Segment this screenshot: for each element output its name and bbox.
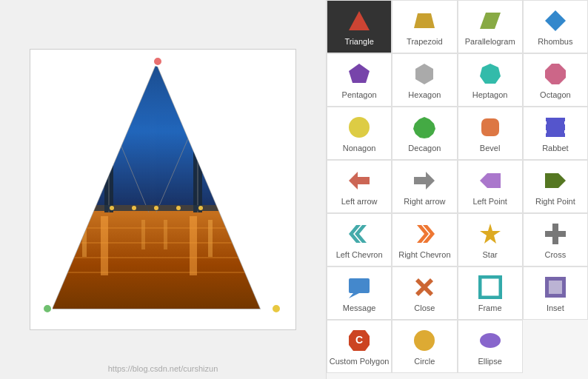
shape-item-frame[interactable]: Frame bbox=[458, 266, 523, 320]
shape-item-ellipse[interactable]: Ellipse bbox=[458, 320, 523, 373]
nonagon-icon bbox=[346, 114, 372, 141]
rabbet-label: Rabbet bbox=[542, 144, 568, 152]
shape-item-parallelogram[interactable]: Parallelogram bbox=[458, 0, 523, 53]
svg-rect-48 bbox=[481, 118, 499, 136]
shape-item-trapezoid[interactable]: Trapezoid bbox=[392, 0, 457, 53]
svg-marker-54 bbox=[349, 172, 370, 190]
svg-rect-25 bbox=[208, 220, 213, 257]
shape-item-decagon[interactable]: Decagon bbox=[392, 107, 457, 160]
svg-rect-53 bbox=[564, 130, 567, 133]
shape-item-rabbet[interactable]: Rabbet bbox=[523, 107, 588, 160]
svg-marker-55 bbox=[414, 172, 435, 190]
handle-bottom-left[interactable] bbox=[42, 303, 53, 314]
shape-item-custom-polygon[interactable]: CCustom Polygon bbox=[327, 320, 392, 373]
left-point-label: Left Point bbox=[472, 197, 507, 206]
decagon-label: Decagon bbox=[408, 144, 441, 152]
shape-item-heptagon[interactable]: Heptagon bbox=[458, 53, 523, 107]
svg-point-35 bbox=[185, 75, 187, 77]
svg-rect-20 bbox=[101, 216, 108, 275]
svg-point-73 bbox=[480, 333, 501, 348]
svg-marker-57 bbox=[545, 173, 566, 188]
message-label: Message bbox=[343, 303, 376, 312]
canvas-area: https://blog.csdn.net/curshizun bbox=[0, 0, 326, 379]
svg-rect-50 bbox=[544, 121, 547, 124]
shape-item-left-point[interactable]: Left Point bbox=[458, 160, 523, 213]
shape-item-left-chevron[interactable]: Left Chevron bbox=[327, 213, 392, 266]
close-label: Close bbox=[414, 303, 435, 312]
shape-panel: TriangleTrapezoidParallelogramRhombusPen… bbox=[326, 0, 588, 379]
shape-item-circle[interactable]: Circle bbox=[392, 320, 457, 373]
left-chevron-icon bbox=[346, 221, 372, 247]
cross-icon bbox=[542, 221, 569, 247]
right-chevron-icon bbox=[411, 221, 438, 247]
svg-rect-52 bbox=[564, 121, 567, 124]
trapezoid-icon bbox=[411, 7, 438, 34]
hexagon-label: Hexagon bbox=[408, 90, 441, 99]
svg-rect-26 bbox=[53, 227, 260, 229]
shape-item-bevel[interactable]: Bevel bbox=[458, 107, 523, 160]
shape-item-message[interactable]: Message bbox=[327, 266, 392, 320]
svg-marker-41 bbox=[545, 10, 566, 31]
bevel-label: Bevel bbox=[480, 144, 501, 152]
shape-item-cross[interactable]: Cross bbox=[523, 213, 588, 266]
shape-item-nonagon[interactable]: Nonagon bbox=[327, 107, 392, 160]
svg-rect-70 bbox=[549, 281, 562, 294]
shape-item-star[interactable]: Star bbox=[458, 213, 523, 266]
shape-item-inset[interactable]: Inset bbox=[523, 266, 588, 320]
handle-top[interactable] bbox=[153, 56, 163, 67]
parallelogram-icon bbox=[477, 7, 504, 34]
nonagon-label: Nonagon bbox=[343, 144, 376, 152]
svg-rect-29 bbox=[53, 272, 260, 273]
svg-rect-23 bbox=[141, 220, 145, 249]
left-arrow-icon bbox=[346, 167, 372, 194]
svg-rect-51 bbox=[544, 130, 547, 133]
shape-item-rhombus[interactable]: Rhombus bbox=[523, 0, 588, 53]
heptagon-icon bbox=[477, 61, 504, 87]
handle-bottom-right[interactable] bbox=[271, 303, 281, 314]
shape-item-close[interactable]: Close bbox=[392, 266, 457, 320]
svg-point-34 bbox=[133, 67, 136, 70]
right-point-label: Right Point bbox=[535, 197, 575, 206]
shape-item-right-chevron[interactable]: Right Chevron bbox=[392, 213, 457, 266]
triangle-shape-svg bbox=[38, 57, 275, 323]
star-label: Star bbox=[483, 250, 498, 259]
svg-marker-39 bbox=[414, 13, 435, 28]
svg-rect-68 bbox=[480, 277, 501, 298]
svg-rect-31 bbox=[191, 98, 204, 105]
svg-point-37 bbox=[252, 82, 254, 84]
frame-label: Frame bbox=[478, 303, 502, 312]
watermark: https://blog.csdn.net/curshizun bbox=[108, 364, 218, 373]
svg-point-18 bbox=[198, 206, 203, 210]
rhombus-label: Rhombus bbox=[538, 37, 572, 46]
triangle-label: Triangle bbox=[344, 37, 373, 46]
shape-item-right-point[interactable]: Right Point bbox=[523, 160, 588, 213]
decagon-icon bbox=[411, 114, 438, 141]
svg-rect-49 bbox=[546, 118, 565, 137]
svg-point-36 bbox=[230, 70, 232, 72]
svg-marker-40 bbox=[480, 13, 501, 29]
inset-icon bbox=[542, 274, 569, 301]
circle-icon bbox=[411, 327, 438, 354]
svg-marker-62 bbox=[480, 224, 501, 244]
shape-item-hexagon[interactable]: Hexagon bbox=[392, 53, 457, 107]
right-chevron-label: Right Chevron bbox=[398, 250, 450, 259]
svg-rect-65 bbox=[349, 278, 370, 293]
circle-label: Circle bbox=[414, 357, 435, 366]
right-arrow-label: Right arrow bbox=[404, 197, 445, 206]
svg-rect-28 bbox=[53, 257, 260, 258]
svg-marker-66 bbox=[349, 293, 359, 298]
svg-rect-24 bbox=[164, 220, 167, 249]
shape-item-triangle[interactable]: Triangle bbox=[327, 0, 392, 53]
shape-item-left-arrow[interactable]: Left arrow bbox=[327, 160, 392, 213]
pentagon-icon bbox=[346, 61, 372, 87]
shape-item-right-arrow[interactable]: Right arrow bbox=[392, 160, 457, 213]
left-arrow-label: Left arrow bbox=[341, 197, 378, 206]
close-icon bbox=[411, 274, 438, 301]
svg-rect-22 bbox=[82, 220, 87, 257]
left-chevron-label: Left Chevron bbox=[336, 250, 383, 259]
shape-item-pentagon[interactable]: Pentagon bbox=[327, 53, 392, 107]
bevel-icon bbox=[477, 114, 504, 141]
shape-item-octagon[interactable]: Octagon bbox=[523, 53, 588, 107]
svg-marker-45 bbox=[545, 64, 566, 84]
ellipse-icon bbox=[477, 327, 504, 354]
